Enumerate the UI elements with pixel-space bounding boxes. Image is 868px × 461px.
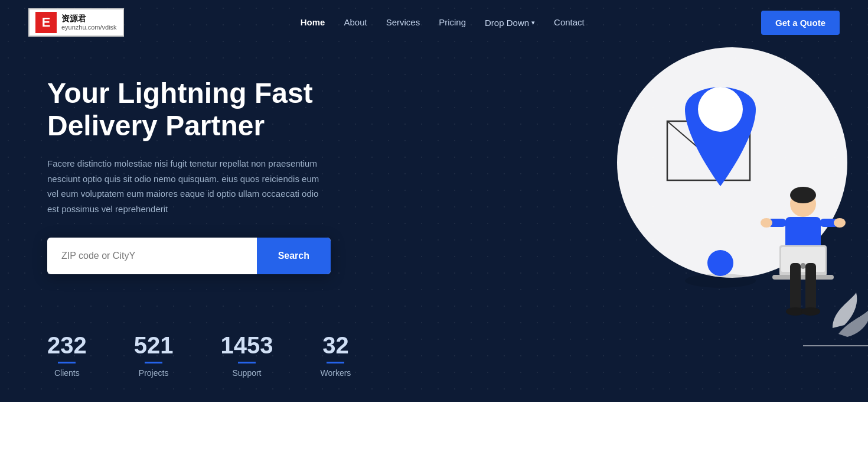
nav-link-contact[interactable]: Contact bbox=[554, 17, 585, 27]
svg-rect-19 bbox=[805, 263, 816, 310]
stat-support-divider bbox=[238, 362, 256, 363]
nav-link-services[interactable]: Services bbox=[386, 17, 420, 27]
stat-projects-number: 521 bbox=[134, 333, 174, 357]
hero-section: Your Lightning Fast Delivery Partner Fac… bbox=[0, 0, 868, 402]
search-input[interactable] bbox=[47, 238, 257, 274]
nav-links: Home About Services Pricing Drop Down ▾ … bbox=[301, 17, 585, 28]
svg-point-17 bbox=[800, 263, 806, 269]
svg-point-6 bbox=[707, 250, 733, 276]
svg-rect-18 bbox=[790, 263, 801, 310]
stat-projects: 521 Projects bbox=[134, 333, 174, 378]
stat-workers-number: 32 bbox=[320, 333, 351, 357]
stat-projects-label: Projects bbox=[134, 368, 174, 378]
svg-point-8 bbox=[790, 187, 816, 203]
logo-url: eyunzhu.com/vdisk bbox=[61, 24, 117, 31]
logo-letter: E bbox=[35, 12, 57, 33]
get-quote-button[interactable]: Get a Quote bbox=[761, 11, 840, 35]
stat-workers-label: Workers bbox=[320, 368, 351, 378]
logo-text: 资源君 eyunzhu.com/vdisk bbox=[61, 14, 117, 31]
nav-item-home[interactable]: Home bbox=[301, 17, 325, 28]
chevron-down-icon: ▾ bbox=[531, 19, 535, 27]
nav-item-contact[interactable]: Contact bbox=[554, 17, 585, 28]
nav-link-about[interactable]: About bbox=[344, 17, 367, 27]
stat-projects-divider bbox=[145, 362, 162, 363]
nav-link-pricing[interactable]: Pricing bbox=[439, 17, 466, 27]
bottom-section bbox=[0, 402, 868, 461]
nav-item-services[interactable]: Services bbox=[386, 17, 420, 28]
svg-rect-16 bbox=[772, 275, 834, 280]
stat-clients-label: Clients bbox=[47, 368, 87, 378]
hero-description: Facere distinctio molestiae nisi fugit t… bbox=[47, 156, 331, 216]
search-button[interactable]: Search bbox=[257, 238, 331, 274]
svg-point-12 bbox=[761, 218, 772, 228]
navbar: E 资源君 eyunzhu.com/vdisk Home About Servi… bbox=[0, 0, 868, 45]
stat-support-label: Support bbox=[221, 368, 273, 378]
logo-chinese: 资源君 bbox=[61, 14, 117, 24]
search-box: Search bbox=[47, 238, 331, 274]
hero-content: Your Lightning Fast Delivery Partner Fac… bbox=[0, 53, 378, 310]
logo[interactable]: E 资源君 eyunzhu.com/vdisk bbox=[28, 8, 124, 37]
svg-point-13 bbox=[834, 218, 846, 228]
stat-support-number: 1453 bbox=[221, 333, 273, 357]
stat-workers: 32 Workers bbox=[320, 333, 351, 378]
nav-dropdown[interactable]: Drop Down ▾ bbox=[485, 18, 535, 28]
stats-row: 232 Clients 521 Projects 1453 Support 32… bbox=[0, 310, 868, 378]
nav-item-about[interactable]: About bbox=[344, 17, 367, 28]
stat-clients: 232 Clients bbox=[47, 333, 87, 378]
stat-clients-number: 232 bbox=[47, 333, 87, 357]
stat-workers-divider bbox=[327, 362, 344, 363]
nav-item-dropdown[interactable]: Drop Down ▾ bbox=[485, 18, 535, 28]
stat-clients-divider bbox=[58, 362, 76, 363]
nav-link-home[interactable]: Home bbox=[301, 17, 325, 27]
stat-support: 1453 Support bbox=[221, 333, 273, 378]
hero-title: Your Lightning Fast Delivery Partner bbox=[47, 77, 331, 142]
nav-item-pricing[interactable]: Pricing bbox=[439, 17, 466, 28]
svg-point-5 bbox=[698, 87, 743, 132]
